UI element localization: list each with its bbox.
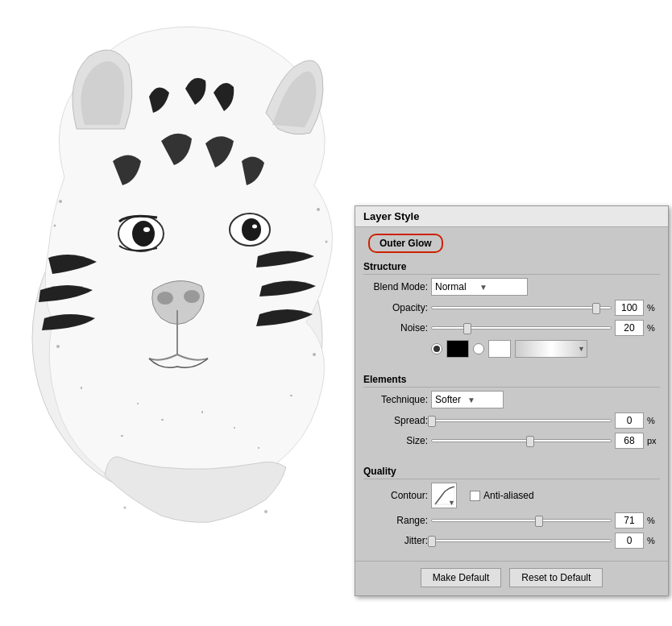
noise-slider-track[interactable] <box>431 326 612 330</box>
noise-value[interactable]: 20 <box>615 320 644 336</box>
spread-slider-track[interactable] <box>431 419 612 422</box>
contour-arrow: ▼ <box>448 499 455 507</box>
action-buttons: Make Default Reset to Default <box>355 561 668 595</box>
opacity-label: Opacity: <box>363 302 428 313</box>
svg-point-20 <box>56 345 60 348</box>
noise-unit: % <box>647 323 660 333</box>
svg-rect-12 <box>201 411 203 413</box>
range-unit: % <box>647 516 660 525</box>
svg-rect-16 <box>81 387 82 389</box>
range-value[interactable]: 71 <box>615 512 644 529</box>
anti-aliased-checkbox[interactable] <box>470 491 480 501</box>
noise-slider-thumb[interactable] <box>463 323 471 334</box>
blend-mode-dropdown[interactable]: Normal ▼ <box>431 278 528 296</box>
svg-rect-17 <box>290 395 292 396</box>
size-value[interactable]: 68 <box>615 433 644 449</box>
opacity-value[interactable]: 100 <box>615 300 644 316</box>
jitter-row: Jitter: 0 % <box>363 533 660 549</box>
color-row: ▼ <box>431 340 660 358</box>
gradient-preview[interactable]: ▼ <box>515 340 587 358</box>
svg-point-9 <box>184 290 200 303</box>
jitter-slider-container <box>431 539 612 542</box>
elements-header: Elements <box>363 374 660 388</box>
blend-mode-row: Blend Mode: Normal ▼ <box>363 278 660 296</box>
blend-mode-arrow: ▼ <box>479 283 524 292</box>
jitter-slider-thumb[interactable] <box>428 536 436 547</box>
svg-rect-11 <box>161 419 164 421</box>
size-slider-thumb[interactable] <box>526 436 534 447</box>
spread-value[interactable]: 0 <box>615 412 644 429</box>
technique-row: Technique: Softer ▼ <box>363 391 660 408</box>
technique-label: Technique: <box>363 394 428 405</box>
svg-point-7 <box>252 225 257 229</box>
noise-slider-container <box>431 326 612 330</box>
noise-row: Noise: 20 % <box>363 320 660 336</box>
range-label: Range: <box>363 515 428 526</box>
size-label: Size: <box>363 435 428 446</box>
range-slider-thumb[interactable] <box>535 516 543 527</box>
quality-header: Quality <box>363 466 660 479</box>
size-slider-container <box>431 439 612 442</box>
anti-aliased-row: Anti-aliased <box>470 490 534 501</box>
svg-point-6 <box>242 218 261 241</box>
spread-unit: % <box>647 416 660 425</box>
technique-arrow: ▼ <box>467 396 500 404</box>
blend-mode-label: Blend Mode: <box>363 281 428 292</box>
spread-slider-container <box>431 419 612 422</box>
white-color-swatch[interactable] <box>488 340 511 358</box>
size-slider-track[interactable] <box>431 439 612 442</box>
contour-thumbnail[interactable]: ▼ <box>431 483 457 508</box>
svg-rect-13 <box>234 427 235 429</box>
range-slider-track[interactable] <box>431 519 612 522</box>
outer-glow-tab[interactable]: Outer Glow <box>368 234 443 253</box>
blend-mode-value: Normal <box>435 281 479 292</box>
svg-point-25 <box>264 510 268 513</box>
svg-point-22 <box>326 241 328 243</box>
svg-rect-15 <box>258 447 259 449</box>
noise-label: Noise: <box>363 322 428 334</box>
svg-point-24 <box>124 507 127 509</box>
range-row: Range: 71 % <box>363 512 660 529</box>
opacity-unit: % <box>647 303 660 313</box>
jitter-unit: % <box>647 536 660 545</box>
size-unit: px <box>647 436 660 446</box>
title-text: Layer Style <box>363 210 419 222</box>
gradient-radio[interactable] <box>473 343 484 354</box>
panel-title: Layer Style <box>355 206 668 227</box>
svg-point-4 <box>143 227 150 232</box>
opacity-row: Opacity: 100 % <box>363 300 660 316</box>
opacity-slider-container <box>431 306 612 309</box>
range-slider-container <box>431 519 612 522</box>
black-color-swatch[interactable] <box>446 340 469 358</box>
reset-to-default-button[interactable]: Reset to Default <box>509 568 603 587</box>
svg-point-8 <box>157 292 173 305</box>
jitter-value[interactable]: 0 <box>615 533 644 549</box>
solid-color-radio[interactable] <box>431 343 442 354</box>
contour-label: Contour: <box>363 490 428 501</box>
make-default-button[interactable]: Make Default <box>421 568 502 587</box>
svg-rect-10 <box>137 403 139 404</box>
layer-style-panel: Layer Style Outer Glow Structure Blend M… <box>355 205 669 596</box>
svg-point-3 <box>132 221 155 247</box>
technique-value: Softer <box>435 394 467 405</box>
svg-point-23 <box>313 353 316 356</box>
svg-point-19 <box>54 225 56 227</box>
svg-rect-14 <box>121 435 123 437</box>
gradient-arrow: ▼ <box>578 345 585 353</box>
spread-slider-thumb[interactable] <box>428 416 436 427</box>
svg-point-18 <box>59 200 62 203</box>
jitter-label: Jitter: <box>363 535 428 546</box>
structure-header: Structure <box>363 261 660 275</box>
svg-point-21 <box>317 208 320 211</box>
spread-label: Spread: <box>363 415 428 426</box>
technique-dropdown[interactable]: Softer ▼ <box>431 391 504 408</box>
contour-row: Contour: ▼ Anti-aliased <box>363 483 660 508</box>
opacity-slider-track[interactable] <box>431 306 612 309</box>
size-row: Size: 68 px <box>363 433 660 449</box>
spread-row: Spread: 0 % <box>363 412 660 429</box>
anti-aliased-label: Anti-aliased <box>483 490 534 501</box>
jitter-slider-track[interactable] <box>431 539 612 542</box>
opacity-slider-thumb[interactable] <box>592 303 600 314</box>
